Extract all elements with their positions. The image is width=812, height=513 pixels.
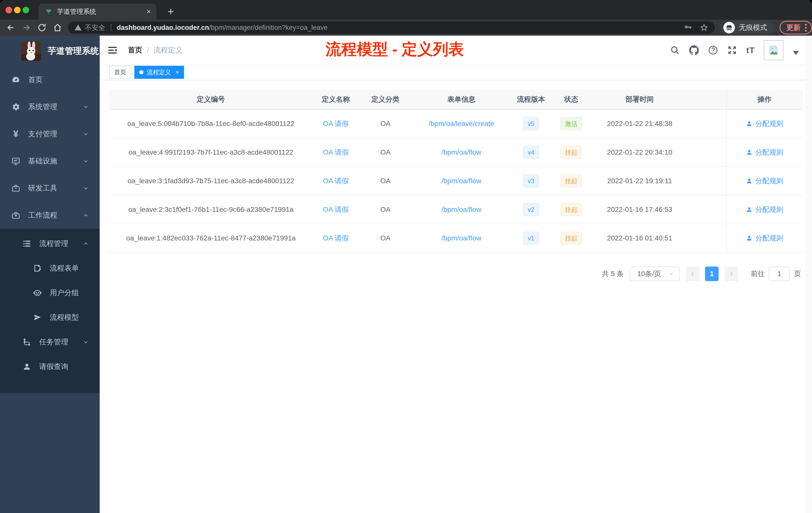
deploy-time: 2022-01-22 20:34:10 [591, 138, 688, 167]
browser-menu-icon[interactable] [805, 24, 807, 32]
yen-icon: ¥ [11, 129, 21, 139]
browser-tabstrip: 芋道管理系统 × + [0, 0, 812, 20]
bookmark-star-icon[interactable] [700, 23, 708, 32]
sidebar-item-process-model[interactable]: 流程模型 [0, 305, 100, 330]
user-icon [746, 120, 753, 127]
assign-rule-button[interactable]: 分配规则 [746, 233, 783, 243]
definition-category: OA [359, 224, 412, 252]
sidebar-item-label: 请假查询 [39, 362, 68, 372]
table-row: oa_leave:2:3c1f0ef1-76b1-11ec-9c66-a2380… [109, 195, 802, 224]
breadcrumb-home[interactable]: 首页 [128, 45, 142, 55]
pagination: 共 5 条 10条/页 1 前往 页 [602, 267, 801, 281]
assign-rule-button[interactable]: 分配规则 [746, 119, 783, 128]
page-size-select[interactable]: 10条/页 [630, 267, 680, 281]
definition-table: 定义编号 定义名称 定义分类 表单信息 流程版本 状态 部署时间 操作 oa_l… [109, 90, 802, 253]
column-header: 流程版本 [511, 90, 551, 109]
sidebar-item-infrastructure[interactable]: 基础设施 [0, 148, 100, 175]
incognito-icon [723, 22, 735, 33]
next-page-button[interactable] [725, 267, 738, 281]
chevron-down-icon [83, 104, 89, 110]
sidebar-item-label: 首页 [28, 75, 43, 85]
avatar[interactable] [764, 40, 783, 60]
tag-home[interactable]: 首页 [109, 66, 131, 79]
assign-rule-button[interactable]: 分配规则 [746, 205, 783, 214]
browser-toolbar: 不安全 dashboard.yudao.iocoder.cn/bpm/manag… [0, 20, 812, 36]
tag-process-definition[interactable]: 流程定义 × [134, 66, 184, 79]
scrollbar-gutter[interactable] [806, 36, 812, 513]
status-badge: 挂起 [560, 232, 582, 245]
fullscreen-icon[interactable] [727, 45, 737, 55]
new-tab-button[interactable]: + [164, 4, 178, 19]
sidebar-item-dev-tools[interactable]: 研发工具 [0, 175, 100, 202]
status-badge: 挂起 [560, 203, 582, 216]
incognito-badge: 无痕模式 [721, 21, 774, 34]
window-zoom-button[interactable] [23, 7, 29, 13]
page-number-button[interactable]: 1 [705, 267, 719, 281]
definition-name-link[interactable]: OA 请假 [323, 148, 349, 157]
tag-label: 流程定义 [147, 68, 171, 76]
sidebar-item-task-manage[interactable]: 任务管理 [0, 330, 100, 354]
help-icon[interactable] [708, 45, 718, 55]
back-icon[interactable] [6, 23, 16, 32]
home-icon[interactable] [53, 23, 62, 32]
prev-page-button[interactable] [686, 267, 699, 281]
definition-name-link[interactable]: OA 请假 [323, 205, 349, 214]
window-close-button[interactable] [5, 7, 12, 13]
form-link[interactable]: /bpm/oa/flow [441, 177, 481, 185]
status-badge: 挂起 [560, 175, 582, 187]
password-key-icon[interactable] [684, 23, 692, 32]
chevron-down-icon [83, 185, 89, 191]
window-minimize-button[interactable] [14, 7, 21, 13]
definition-category: OA [359, 138, 412, 167]
workflow-submenu: 流程管理 流程表单 用户分组 [0, 229, 100, 393]
sidebar-item-system[interactable]: 系统管理 [0, 93, 100, 120]
sidebar-logo[interactable]: 芋道管理系统 [0, 36, 100, 66]
sidebar-item-home[interactable]: 首页 [0, 66, 100, 93]
sidebar-item-leave-query[interactable]: 请假查询 [0, 354, 100, 379]
page-content: 定义编号 定义名称 定义分类 表单信息 流程版本 状态 部署时间 操作 oa_l… [100, 80, 812, 513]
sidebar-item-label: 用户分组 [50, 288, 79, 298]
forward-icon[interactable] [22, 23, 31, 32]
font-size-icon[interactable]: tT [746, 46, 755, 55]
search-icon[interactable] [670, 45, 680, 55]
active-dot-icon [139, 70, 143, 74]
chevron-left-icon [690, 271, 696, 277]
people-icon [33, 288, 42, 298]
definition-name-link[interactable]: OA 请假 [323, 233, 349, 243]
sidebar-item-process-manage[interactable]: 流程管理 [0, 232, 100, 256]
url-path: /bpm/manager/definition?key=oa_leave [209, 24, 328, 32]
definition-name-link[interactable]: OA 请假 [323, 119, 349, 128]
sidebar-fold-icon[interactable] [107, 45, 118, 55]
url-bar[interactable]: 不安全 dashboard.yudao.iocoder.cn/bpm/manag… [68, 22, 715, 34]
definition-category: OA [359, 167, 412, 195]
table-row: oa_leave:5:004b710b-7b8a-11ec-8ef0-acde4… [109, 110, 802, 138]
breadcrumb-current: 流程定义 [153, 45, 182, 55]
form-link[interactable]: /bpm/oa/flow [441, 234, 481, 242]
form-link[interactable]: /bpm/oa/flow [441, 206, 481, 214]
assign-rule-button[interactable]: 分配规则 [746, 148, 783, 157]
table-header-row: 定义编号 定义名称 定义分类 表单信息 流程版本 状态 部署时间 操作 [109, 90, 802, 110]
sidebar-item-label: 系统管理 [28, 102, 57, 112]
column-header: 状态 [551, 90, 591, 109]
reload-icon[interactable] [37, 23, 47, 32]
sidebar-item-process-form[interactable]: 流程表单 [0, 256, 100, 280]
user-icon [746, 235, 753, 242]
sidebar-item-payment[interactable]: ¥ 支付管理 [0, 120, 100, 148]
tab-close-icon[interactable]: × [146, 7, 151, 16]
tag-close-icon[interactable]: × [175, 69, 179, 76]
github-icon[interactable] [689, 45, 699, 55]
sidebar-item-user-group[interactable]: 用户分组 [0, 280, 100, 305]
browser-tab[interactable]: 芋道管理系统 × [38, 3, 156, 20]
definition-name-link[interactable]: OA 请假 [323, 176, 349, 186]
top-navbar: 首页 / 流程定义 流程模型 - 定义列表 tT [100, 36, 812, 65]
browser-update-button[interactable]: 更新 [780, 21, 812, 34]
app-title: 芋道管理系统 [48, 45, 99, 57]
form-link[interactable]: /bpm/oa/flow [441, 148, 481, 156]
avatar-dropdown-caret-icon[interactable] [793, 51, 799, 55]
form-link[interactable]: /bpm/oa/leave/create [429, 120, 494, 128]
sidebar-item-label: 流程管理 [39, 239, 68, 249]
goto-page-input[interactable] [769, 267, 790, 281]
sidebar-item-workflow[interactable]: 工作流程 [0, 202, 100, 229]
assign-rule-button[interactable]: 分配规则 [746, 176, 783, 186]
column-header: 表单信息 [412, 90, 511, 109]
